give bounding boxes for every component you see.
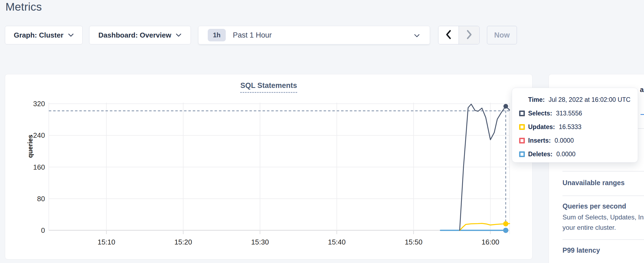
svg-text:15:20: 15:20 <box>174 238 192 246</box>
summary-item-queries-per-second: Queries per second <box>562 202 626 210</box>
tooltip-series-row: Inserts:0.0000 <box>519 137 631 144</box>
tooltip-time-label: Time: <box>528 96 545 103</box>
chevron-right-icon <box>466 30 473 41</box>
svg-text:15:30: 15:30 <box>251 238 269 246</box>
summary-item-description: Sum of Selects, Updates, Inserts your en… <box>562 212 644 233</box>
series-color-swatch-icon <box>519 111 525 116</box>
summary-item-p99-latency: P99 latency <box>562 246 600 254</box>
tooltip-series-label: Deletes: <box>528 151 552 158</box>
chevron-down-icon <box>68 33 74 37</box>
svg-text:320: 320 <box>33 100 45 108</box>
tooltip-series-value: 313.5556 <box>556 110 582 117</box>
time-range-arrows <box>438 26 480 44</box>
tooltip-series-label: Updates: <box>528 123 555 131</box>
sidebar-divider <box>562 171 644 172</box>
sidebar-divider <box>562 239 644 240</box>
svg-text:15:50: 15:50 <box>405 238 422 246</box>
sidebar-divider <box>562 195 644 196</box>
tooltip-series-label: Inserts: <box>528 137 551 144</box>
series-color-swatch-icon <box>519 124 525 130</box>
svg-text:0: 0 <box>41 226 45 234</box>
svg-text:160: 160 <box>33 163 45 171</box>
clipped-text-fragment: a <box>640 86 644 94</box>
summary-item-unavailable-ranges: Unavailable ranges <box>562 179 625 187</box>
chart-hover-tooltip: Time: Jul 28, 2022 at 16:02:00 UTC Selec… <box>512 88 638 163</box>
svg-text:15:40: 15:40 <box>328 238 346 246</box>
time-range-label: Past 1 Hour <box>233 31 272 39</box>
next-range-button[interactable] <box>459 26 479 44</box>
sql-statements-chart-card: SQL Statements queries 08016024032015:10… <box>5 74 532 259</box>
tooltip-time-row: Time: Jul 28, 2022 at 16:02:00 UTC <box>519 96 631 103</box>
tooltip-series-row: Selects:313.5556 <box>519 110 631 117</box>
tooltip-time-value: Jul 28, 2022 at 16:02:00 UTC <box>549 96 630 103</box>
now-button-label: Now <box>494 31 510 39</box>
time-range-selector[interactable]: 1h Past 1 Hour <box>198 26 430 44</box>
tooltip-series-label: Selects: <box>528 110 552 117</box>
chevron-down-icon <box>414 34 420 39</box>
clipped-link-fragment <box>640 114 644 115</box>
time-range-badge: 1h <box>208 29 226 41</box>
graph-scope-dropdown-label: Graph: Cluster <box>14 31 63 39</box>
svg-text:240: 240 <box>33 131 45 139</box>
metrics-toolbar: Graph: Cluster Dashboard: Overview 1h Pa… <box>0 26 644 44</box>
sql-statements-chart[interactable]: 08016024032015:1015:2015:3015:4015:5016:… <box>5 74 533 260</box>
dashboard-dropdown-label: Dashboard: Overview <box>98 31 171 39</box>
tooltip-series-value: 0.0000 <box>555 137 574 144</box>
chevron-left-icon <box>445 30 452 41</box>
series-color-swatch-icon <box>519 138 525 143</box>
dashboard-dropdown[interactable]: Dashboard: Overview <box>89 26 191 44</box>
previous-range-button[interactable] <box>438 26 459 44</box>
chevron-down-icon <box>176 33 182 37</box>
svg-text:80: 80 <box>37 195 45 203</box>
svg-text:15:10: 15:10 <box>98 238 115 246</box>
graph-scope-dropdown[interactable]: Graph: Cluster <box>5 26 83 44</box>
now-button[interactable]: Now <box>487 26 517 44</box>
tooltip-series-row: Deletes:0.0000 <box>519 151 631 158</box>
tooltip-series-row: Updates:16.5333 <box>519 123 631 131</box>
series-color-swatch-icon <box>519 151 525 157</box>
svg-text:16:00: 16:00 <box>482 238 499 246</box>
tooltip-series-value: 0.0000 <box>556 151 575 158</box>
tooltip-series-value: 16.5333 <box>559 123 581 131</box>
page-title: Metrics <box>5 1 42 13</box>
